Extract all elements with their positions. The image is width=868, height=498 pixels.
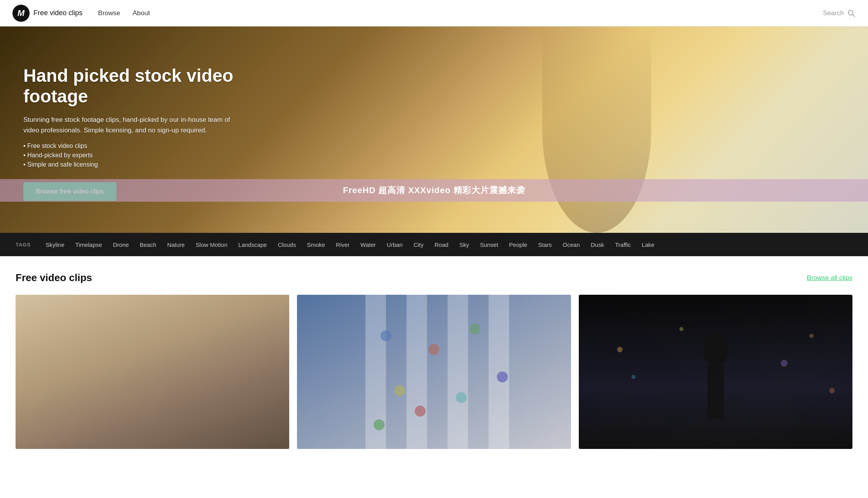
- hero-bullets: Free stock video clips Hand-picked by ex…: [23, 143, 249, 168]
- svg-rect-5: [297, 295, 571, 449]
- svg-point-25: [703, 333, 728, 367]
- svg-point-20: [809, 334, 814, 338]
- clips-header: Free video clips Browse all clips: [16, 272, 852, 284]
- tag-city[interactable]: City: [408, 241, 429, 248]
- svg-point-11: [429, 344, 439, 355]
- svg-point-3: [78, 327, 186, 449]
- tag-dusk[interactable]: Dusk: [585, 241, 610, 248]
- clip-2-visual: [297, 295, 571, 449]
- tag-sky[interactable]: Sky: [454, 241, 474, 248]
- hero-title: Hand picked stock video footage: [23, 65, 249, 107]
- navbar: M Free video clips Browse About Search: [0, 0, 868, 26]
- clip-card-2[interactable]: [297, 295, 571, 449]
- ad-banner: FreeHD 超高清 XXXvideo 精彩大片震撼来袭: [0, 179, 868, 202]
- tag-ocean[interactable]: Ocean: [557, 241, 585, 248]
- clips-section: Free video clips Browse all clips: [0, 256, 868, 472]
- tag-lake[interactable]: Lake: [636, 241, 660, 248]
- clip-3-visual: [579, 295, 852, 449]
- tag-traffic[interactable]: Traffic: [610, 241, 636, 248]
- clip-card-3[interactable]: [579, 295, 852, 449]
- svg-point-0: [849, 10, 853, 15]
- clips-section-title: Free video clips: [16, 272, 92, 284]
- tag-urban[interactable]: Urban: [381, 241, 408, 248]
- svg-point-24: [679, 327, 684, 331]
- hero-bullet-2: Hand-picked by experts: [23, 152, 249, 159]
- svg-rect-8: [448, 295, 468, 449]
- svg-point-17: [374, 419, 385, 430]
- svg-point-15: [415, 406, 426, 417]
- tags-list: Skyline Timelapse Drone Beach Nature Slo…: [40, 241, 660, 248]
- clips-grid: [16, 295, 852, 449]
- svg-point-14: [497, 371, 508, 382]
- tag-road[interactable]: Road: [429, 241, 454, 248]
- tag-nature[interactable]: Nature: [162, 241, 190, 248]
- svg-point-16: [456, 392, 467, 403]
- nav-browse-link[interactable]: Browse: [98, 9, 120, 17]
- svg-rect-9: [489, 295, 510, 449]
- search-area[interactable]: Search: [823, 9, 856, 18]
- logo-text: Free video clips: [33, 9, 83, 17]
- logo-link[interactable]: M Free video clips: [12, 5, 83, 22]
- tag-river[interactable]: River: [330, 241, 355, 248]
- clip-1-visual: [16, 295, 289, 449]
- tag-water[interactable]: Water: [355, 241, 381, 248]
- logo-icon: M: [12, 5, 30, 22]
- nav-about-link[interactable]: About: [133, 9, 150, 17]
- search-label: Search: [823, 9, 844, 17]
- nav-links: Browse About: [98, 9, 150, 17]
- svg-point-22: [631, 375, 636, 379]
- tag-beach[interactable]: Beach: [134, 241, 162, 248]
- hero-bullet-3: Simple and safe licensing: [23, 161, 249, 168]
- tag-sunset[interactable]: Sunset: [474, 241, 504, 248]
- tag-skyline[interactable]: Skyline: [40, 241, 70, 248]
- svg-line-1: [852, 14, 855, 17]
- hero-content: Hand picked stock video footage Stunning…: [0, 26, 272, 201]
- svg-rect-26: [707, 364, 724, 419]
- svg-point-21: [780, 360, 787, 367]
- hero-bullet-1: Free stock video clips: [23, 143, 249, 150]
- svg-point-10: [381, 330, 392, 341]
- tag-landscape[interactable]: Landscape: [233, 241, 272, 248]
- tag-drone[interactable]: Drone: [107, 241, 134, 248]
- hero-section: Hand picked stock video footage Stunning…: [0, 26, 868, 233]
- tag-stars[interactable]: Stars: [533, 241, 557, 248]
- hero-woman-bg: [542, 26, 651, 233]
- browse-all-link[interactable]: Browse all clips: [807, 274, 852, 282]
- tag-smoke[interactable]: Smoke: [301, 241, 330, 248]
- tags-label: TAGS: [16, 242, 31, 248]
- tag-timelapse[interactable]: Timelapse: [70, 241, 108, 248]
- tag-people[interactable]: People: [504, 241, 533, 248]
- tag-slow-motion[interactable]: Slow Motion: [190, 241, 233, 248]
- svg-point-12: [469, 324, 480, 334]
- tags-bar: TAGS Skyline Timelapse Drone Beach Natur…: [0, 233, 868, 256]
- svg-point-13: [394, 385, 405, 396]
- svg-point-23: [829, 388, 835, 393]
- svg-point-4: [119, 327, 227, 449]
- search-icon: [847, 9, 856, 18]
- svg-point-19: [617, 347, 622, 352]
- svg-rect-2: [16, 295, 289, 449]
- tag-clouds[interactable]: Clouds: [272, 241, 302, 248]
- svg-rect-7: [407, 295, 427, 449]
- clip-card-1[interactable]: [16, 295, 289, 449]
- hero-subtitle: Stunning free stock footage clips, hand-…: [23, 114, 234, 135]
